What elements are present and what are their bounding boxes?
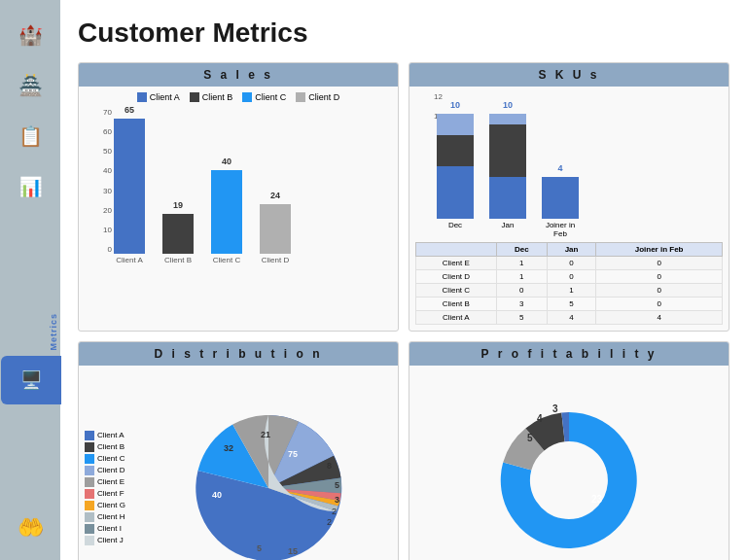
legend-dot-a: [137, 92, 147, 102]
skus-bar-jan: 10: [489, 114, 526, 219]
skus-seg-dec-b: [437, 135, 474, 166]
legend-label-b: Client B: [202, 92, 233, 102]
pie-label-2a: 2: [332, 507, 337, 516]
skus-row-e: Client E 1 0 0: [416, 257, 723, 270]
skus-x-labels: Dec Jan Joiner in Feb: [415, 221, 723, 238]
legend-client-c: Client C: [242, 92, 286, 102]
bar-fill-d: 24: [260, 204, 291, 254]
bar-client-a: 65: [114, 119, 145, 254]
legend-client-d: Client D: [296, 92, 339, 102]
skus-chart-body: 0 2 4 6 8 10 12: [409, 87, 729, 331]
prof-chart-area: 23 5 4 3: [415, 371, 723, 560]
bar-client-d: 24: [260, 204, 291, 254]
skus-seg-feb-a: [542, 177, 579, 219]
skus-seg-jan-a: [489, 177, 526, 219]
pie-label-40: 40: [212, 490, 222, 500]
pie-label-21: 21: [261, 430, 270, 439]
sales-legend: Client A Client B Client C Client D: [85, 92, 392, 102]
pie-label-5: 5: [335, 480, 339, 490]
pie-label-8: 8: [327, 461, 332, 471]
distribution-pie-svg: 75 40 32 21 8 5 3 2 2 15 5: [191, 410, 346, 561]
pie-label-32: 32: [224, 443, 233, 453]
legend-dot-c: [242, 92, 252, 102]
sales-chart-box: S a l e s Client A Client B Client C: [78, 62, 399, 332]
skus-row-c: Client C 0 1 0: [416, 284, 723, 298]
prof-body: 23 5 4 3 Client A Client B: [415, 371, 723, 560]
skus-seg-jan-b: [489, 124, 526, 177]
skus-table: Dec Jan Joiner in Feb Client E 1 0 0: [415, 242, 723, 325]
pie-container: 75 40 32 21 8 5 3 2 2 15 5: [144, 410, 392, 561]
charts-grid: S a l e s Client A Client B Client C: [78, 62, 729, 560]
donut-label-3: 3: [552, 403, 558, 414]
pie-label-15: 15: [288, 546, 298, 556]
skus-bar-feb: 4: [542, 177, 579, 219]
legend-label-a: Client A: [150, 92, 180, 102]
sidebar-icon-chart[interactable]: 📊: [11, 167, 50, 206]
skus-bars-area: 0 2 4 6 8 10 12: [415, 92, 723, 219]
sidebar: 🏰 🏯 📋 📊 🖥️ Metrics 🤲: [0, 0, 60, 560]
sales-bars-area: 0 10 20 30 40 50 60 70 65: [85, 108, 392, 254]
distribution-header: D i s t r i b u t i o n: [79, 342, 398, 366]
metrics-icon: 🖥️: [20, 369, 42, 391]
main-content: Customer Metrics S a l e s Client A Clie…: [60, 0, 747, 560]
skus-seg-dec-a: [437, 166, 474, 219]
sidebar-icon-clipboard[interactable]: 📋: [11, 117, 50, 156]
legend-dot-b: [190, 92, 199, 102]
profitability-header: P r o f i t a b i l i t y: [409, 342, 729, 366]
donut-label-4: 4: [537, 413, 543, 424]
profitability-donut-svg: 23 5 4 3: [486, 401, 652, 560]
page-title: Customer Metrics: [78, 18, 729, 49]
donut-label-23: 23: [591, 494, 603, 505]
skus-row-b: Client B 3 5 0: [416, 298, 723, 311]
dist-body: Client A Client B Client C Client D Clie…: [85, 371, 392, 560]
distribution-chart-body: Client A Client B Client C Client D Clie…: [79, 366, 398, 560]
skus-row-d: Client D 1 0 0: [416, 270, 723, 284]
pie-label-3: 3: [335, 495, 339, 505]
sidebar-active-metrics[interactable]: 🖥️: [1, 356, 61, 404]
donut-label-5: 5: [527, 433, 533, 443]
dist-legend: Client A Client B Client C Client D Clie…: [85, 431, 138, 545]
legend-dot-d: [296, 92, 305, 102]
sidebar-bottom-icon[interactable]: 🤲: [18, 515, 44, 541]
skus-seg-jan-c: [489, 114, 526, 124]
skus-row-a: Client A 5 4 4: [416, 311, 723, 325]
bar-fill-a: 65: [114, 119, 145, 254]
sales-header: S a l e s: [79, 63, 398, 87]
sidebar-icon-tower2[interactable]: 🏯: [11, 66, 50, 105]
profitability-chart-body: 23 5 4 3 Client A Client B: [409, 366, 729, 560]
pie-label-2b: 2: [327, 517, 332, 527]
bar-fill-b: 19: [162, 214, 194, 254]
skus-seg-dec-c: [437, 114, 474, 135]
distribution-chart-box: D i s t r i b u t i o n Client A Client …: [78, 341, 399, 560]
pie-label-75: 75: [288, 449, 298, 459]
skus-header: S K U s: [409, 63, 729, 87]
pie-label-5b: 5: [257, 543, 262, 553]
sales-chart-body: Client A Client B Client C Client D: [79, 87, 398, 331]
bar-client-c: 40: [211, 170, 242, 254]
skus-bar-dec: 10: [437, 114, 474, 219]
sales-x-labels: Client A Client B Client C Client D: [85, 256, 392, 264]
sales-y-axis: 0 10 20 30 40 50 60 70: [85, 108, 112, 254]
legend-label-d: Client D: [308, 92, 339, 102]
skus-chart-box: S K U s 0 2 4 6 8 10 12: [409, 62, 729, 332]
profitability-chart-box: P r o f i t a b i l i t y: [409, 341, 729, 560]
bar-fill-c: 40: [211, 170, 242, 254]
sidebar-metrics-label: Metrics: [49, 313, 58, 351]
legend-client-a: Client A: [137, 92, 180, 102]
legend-client-b: Client B: [190, 92, 233, 102]
sidebar-icon-tower1[interactable]: 🏰: [11, 16, 50, 54]
bar-client-b: 19: [162, 214, 194, 254]
legend-label-c: Client C: [255, 92, 286, 102]
